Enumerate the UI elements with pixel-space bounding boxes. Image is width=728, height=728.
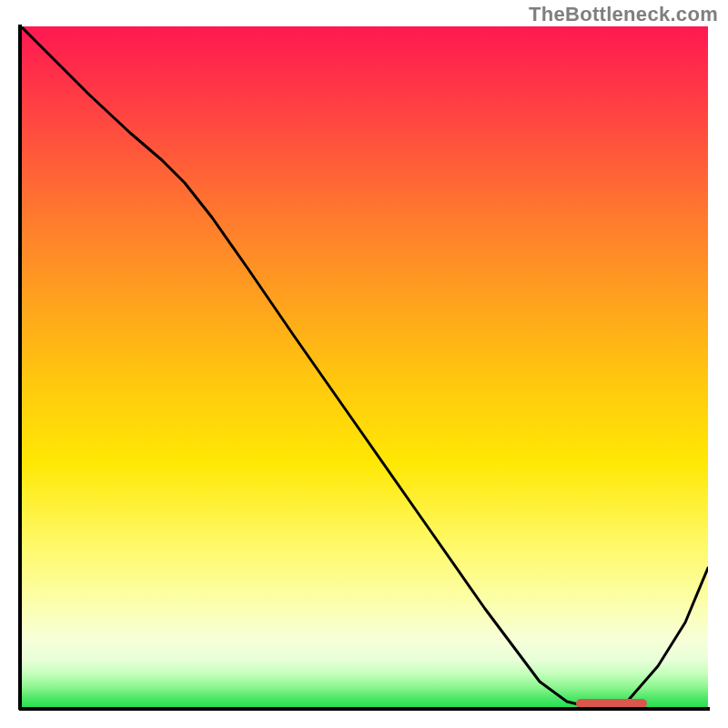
attribution-label: TheBottleneck.com xyxy=(529,3,718,26)
chart-plot-area xyxy=(21,26,708,708)
chart-x-axis xyxy=(19,707,710,711)
chart-y-axis xyxy=(18,25,22,710)
chart-gradient-background xyxy=(21,26,708,708)
